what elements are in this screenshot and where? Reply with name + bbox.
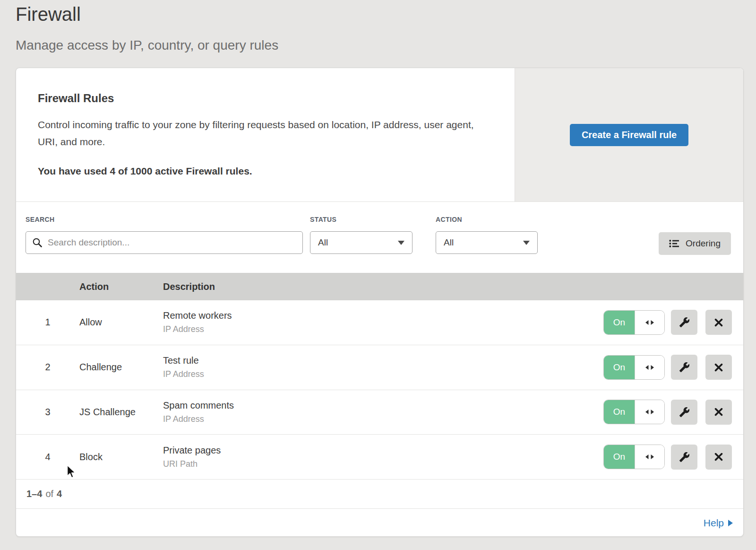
help-link[interactable]: Help: [704, 517, 733, 529]
page-subtitle: Manage access by IP, country, or query r…: [16, 38, 278, 53]
rule-controls: On: [603, 400, 732, 425]
rule-priority: 2: [16, 362, 79, 373]
toggle-on-label[interactable]: On: [604, 400, 635, 424]
wrench-icon: [679, 317, 690, 328]
toggle-handle[interactable]: [635, 311, 664, 334]
pagination-of: of: [45, 489, 53, 499]
rule-priority: 4: [16, 452, 79, 463]
toggle-handle[interactable]: [635, 400, 664, 424]
search-icon: [32, 237, 43, 248]
rule-description-cell: Private pages URI Path: [163, 445, 603, 469]
wrench-icon: [679, 407, 690, 418]
create-rule-panel: Create a Firewall rule: [515, 68, 743, 201]
rules-summary-section: Firewall Rules Control incoming traffic …: [16, 68, 743, 202]
table-row: 1 Allow Remote workers IP Address On: [16, 300, 743, 345]
help-link-label: Help: [704, 517, 724, 529]
rules-usage-count: You have used 4 of 1000 active Firewall …: [38, 166, 493, 177]
pagination-range: 1–4: [26, 489, 42, 499]
delete-rule-button[interactable]: [705, 445, 732, 470]
close-icon: [713, 317, 724, 328]
edit-rule-button[interactable]: [671, 310, 697, 335]
rule-description-cell: Remote workers IP Address: [163, 310, 603, 334]
rule-controls: On: [603, 355, 732, 380]
list-icon: [669, 239, 679, 248]
column-description: Description: [163, 281, 743, 292]
wrench-icon: [679, 362, 690, 373]
search-label: SEARCH: [26, 216, 303, 223]
rule-match-type: URI Path: [163, 459, 603, 469]
delete-rule-button[interactable]: [705, 355, 732, 380]
status-selected-value: All: [318, 237, 328, 248]
close-icon: [713, 362, 724, 373]
toggle-on-label[interactable]: On: [604, 356, 635, 379]
wrench-icon: [679, 452, 690, 463]
rule-controls: On: [603, 445, 732, 470]
rules-description: Control incoming traffic to your zone by…: [38, 116, 487, 150]
rule-description: Spam comments: [163, 400, 603, 411]
delete-rule-button[interactable]: [705, 310, 732, 335]
table-row: 3 JS Challenge Spam comments IP Address …: [16, 390, 743, 435]
rule-match-type: IP Address: [163, 414, 603, 424]
help-row: Help: [16, 509, 743, 537]
help-arrow-icon: [728, 520, 733, 526]
rule-controls: On: [603, 310, 732, 335]
pagination: 1–4 of 4: [16, 480, 743, 509]
rule-enabled-toggle[interactable]: On: [603, 400, 665, 424]
toggle-arrows-icon: [644, 319, 656, 326]
toggle-handle[interactable]: [635, 356, 664, 379]
delete-rule-button[interactable]: [705, 400, 732, 425]
rule-match-type: IP Address: [163, 369, 603, 379]
status-label: STATUS: [310, 216, 412, 223]
toggle-arrows-icon: [644, 454, 656, 460]
toggle-arrows-icon: [644, 409, 656, 415]
rules-table-body: 1 Allow Remote workers IP Address On: [16, 300, 743, 480]
filters-bar: SEARCH STATUS All ACTION All: [16, 202, 743, 273]
status-select[interactable]: All: [310, 231, 412, 254]
action-selected-value: All: [444, 237, 454, 248]
column-action: Action: [79, 281, 163, 292]
close-icon: [713, 407, 724, 417]
rule-priority: 3: [16, 407, 79, 418]
rule-action: Challenge: [79, 362, 163, 373]
rule-priority: 1: [16, 317, 79, 328]
rule-description-cell: Spam comments IP Address: [163, 400, 603, 424]
rule-description-cell: Test rule IP Address: [163, 355, 603, 379]
rule-action: Allow: [79, 317, 163, 328]
toggle-on-label[interactable]: On: [604, 445, 635, 469]
rule-enabled-toggle[interactable]: On: [603, 310, 665, 335]
page-title: Firewall: [16, 4, 81, 25]
edit-rule-button[interactable]: [671, 400, 697, 425]
rules-heading: Firewall Rules: [38, 92, 493, 105]
create-firewall-rule-button[interactable]: Create a Firewall rule: [570, 124, 688, 146]
rule-description: Private pages: [163, 445, 603, 456]
rule-enabled-toggle[interactable]: On: [603, 445, 665, 469]
rule-enabled-toggle[interactable]: On: [603, 355, 665, 380]
edit-rule-button[interactable]: [671, 445, 697, 470]
firewall-rules-card: Firewall Rules Control incoming traffic …: [16, 68, 744, 537]
action-select[interactable]: All: [436, 231, 538, 254]
toggle-handle[interactable]: [635, 445, 664, 469]
rule-action: JS Challenge: [79, 407, 163, 418]
rule-description: Test rule: [163, 355, 603, 366]
chevron-down-icon: [398, 241, 404, 245]
pagination-total: 4: [57, 489, 62, 499]
ordering-button[interactable]: Ordering: [659, 232, 731, 255]
table-header: Action Description: [16, 273, 743, 300]
action-label: ACTION: [436, 216, 538, 223]
table-row: 4 Block Private pages URI Path On: [16, 435, 743, 480]
toggle-on-label[interactable]: On: [604, 311, 635, 334]
close-icon: [713, 452, 724, 462]
rule-description: Remote workers: [163, 310, 603, 321]
edit-rule-button[interactable]: [671, 355, 697, 380]
ordering-button-label: Ordering: [686, 238, 721, 249]
toggle-arrows-icon: [644, 364, 656, 371]
search-input[interactable]: [26, 231, 303, 254]
rule-action: Block: [79, 452, 163, 463]
rule-match-type: IP Address: [163, 324, 603, 334]
chevron-down-icon: [523, 241, 530, 245]
table-row: 2 Challenge Test rule IP Address On: [16, 345, 743, 390]
